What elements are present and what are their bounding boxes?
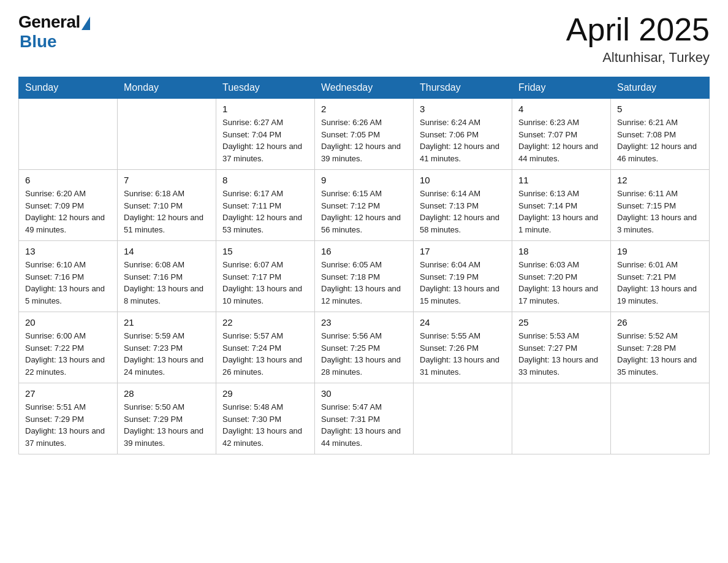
calendar-cell: 4Sunrise: 6:23 AMSunset: 7:07 PMDaylight… [512, 99, 611, 170]
day-info: Sunrise: 5:47 AMSunset: 7:31 PMDaylight:… [321, 401, 407, 449]
day-info: Sunrise: 5:59 AMSunset: 7:23 PMDaylight:… [124, 330, 210, 378]
weekday-header-friday: Friday [512, 77, 611, 99]
day-number: 30 [321, 388, 407, 399]
calendar-location: Altunhisar, Turkey [566, 50, 710, 66]
day-number: 16 [321, 246, 407, 256]
day-info: Sunrise: 5:51 AMSunset: 7:29 PMDaylight:… [25, 401, 111, 449]
calendar-cell: 13Sunrise: 6:10 AMSunset: 7:16 PMDayligh… [19, 241, 118, 312]
calendar-cell: 5Sunrise: 6:21 AMSunset: 7:08 PMDaylight… [611, 99, 710, 170]
calendar-cell: 25Sunrise: 5:53 AMSunset: 7:27 PMDayligh… [512, 312, 611, 383]
day-number: 8 [222, 175, 308, 185]
day-number: 13 [25, 246, 111, 256]
title-block: April 2025 Altunhisar, Turkey [566, 12, 710, 66]
day-number: 15 [222, 246, 308, 256]
day-info: Sunrise: 6:00 AMSunset: 7:22 PMDaylight:… [25, 330, 111, 378]
calendar-cell: 6Sunrise: 6:20 AMSunset: 7:09 PMDaylight… [19, 170, 118, 241]
day-number: 19 [617, 246, 703, 256]
day-info: Sunrise: 5:50 AMSunset: 7:29 PMDaylight:… [124, 401, 210, 449]
calendar-cell: 1Sunrise: 6:27 AMSunset: 7:04 PMDaylight… [216, 99, 315, 170]
day-number: 22 [222, 317, 308, 327]
calendar-cell: 23Sunrise: 5:56 AMSunset: 7:25 PMDayligh… [315, 312, 414, 383]
week-row-3: 13Sunrise: 6:10 AMSunset: 7:16 PMDayligh… [19, 241, 710, 312]
day-number: 26 [617, 317, 703, 327]
day-info: Sunrise: 6:21 AMSunset: 7:08 PMDaylight:… [617, 117, 703, 164]
weekday-header-saturday: Saturday [611, 77, 710, 99]
day-number: 4 [518, 104, 604, 114]
day-info: Sunrise: 6:11 AMSunset: 7:15 PMDaylight:… [617, 188, 703, 236]
day-info: Sunrise: 6:04 AMSunset: 7:19 PMDaylight:… [420, 259, 506, 307]
calendar-cell: 7Sunrise: 6:18 AMSunset: 7:10 PMDaylight… [118, 170, 216, 241]
calendar-cell [414, 383, 512, 454]
calendar-cell: 12Sunrise: 6:11 AMSunset: 7:15 PMDayligh… [611, 170, 710, 241]
day-info: Sunrise: 5:57 AMSunset: 7:24 PMDaylight:… [222, 330, 308, 378]
day-info: Sunrise: 5:55 AMSunset: 7:26 PMDaylight:… [420, 330, 506, 378]
day-info: Sunrise: 6:10 AMSunset: 7:16 PMDaylight:… [25, 259, 111, 307]
calendar-cell: 26Sunrise: 5:52 AMSunset: 7:28 PMDayligh… [611, 312, 710, 383]
calendar-cell: 27Sunrise: 5:51 AMSunset: 7:29 PMDayligh… [19, 383, 118, 454]
day-number: 10 [420, 175, 506, 185]
day-number: 21 [124, 317, 210, 327]
week-row-5: 27Sunrise: 5:51 AMSunset: 7:29 PMDayligh… [19, 383, 710, 454]
calendar-table: SundayMondayTuesdayWednesdayThursdayFrid… [18, 77, 710, 454]
logo-triangle-icon [82, 17, 90, 30]
day-number: 27 [25, 388, 111, 399]
day-number: 23 [321, 317, 407, 327]
week-row-1: 1Sunrise: 6:27 AMSunset: 7:04 PMDaylight… [19, 99, 710, 170]
day-info: Sunrise: 6:01 AMSunset: 7:21 PMDaylight:… [617, 259, 703, 307]
day-number: 9 [321, 175, 407, 185]
day-info: Sunrise: 6:07 AMSunset: 7:17 PMDaylight:… [222, 259, 308, 307]
day-info: Sunrise: 6:08 AMSunset: 7:16 PMDaylight:… [124, 259, 210, 307]
logo: General Blue [18, 12, 90, 52]
day-info: Sunrise: 6:26 AMSunset: 7:05 PMDaylight:… [321, 117, 407, 164]
logo-general-text: General [18, 12, 80, 32]
day-info: Sunrise: 5:52 AMSunset: 7:28 PMDaylight:… [617, 330, 703, 378]
day-number: 28 [124, 388, 210, 399]
calendar-cell: 21Sunrise: 5:59 AMSunset: 7:23 PMDayligh… [118, 312, 216, 383]
day-number: 6 [25, 175, 111, 185]
day-info: Sunrise: 6:17 AMSunset: 7:11 PMDaylight:… [222, 188, 308, 236]
calendar-cell: 15Sunrise: 6:07 AMSunset: 7:17 PMDayligh… [216, 241, 315, 312]
calendar-cell: 14Sunrise: 6:08 AMSunset: 7:16 PMDayligh… [118, 241, 216, 312]
calendar-cell: 17Sunrise: 6:04 AMSunset: 7:19 PMDayligh… [414, 241, 512, 312]
day-number: 3 [420, 104, 506, 114]
day-number: 20 [25, 317, 111, 327]
calendar-cell: 24Sunrise: 5:55 AMSunset: 7:26 PMDayligh… [414, 312, 512, 383]
calendar-cell: 18Sunrise: 6:03 AMSunset: 7:20 PMDayligh… [512, 241, 611, 312]
day-number: 25 [518, 317, 604, 327]
calendar-cell: 29Sunrise: 5:48 AMSunset: 7:30 PMDayligh… [216, 383, 315, 454]
weekday-header-row: SundayMondayTuesdayWednesdayThursdayFrid… [19, 77, 710, 99]
day-number: 11 [518, 175, 604, 185]
day-number: 12 [617, 175, 703, 185]
calendar-cell: 2Sunrise: 6:26 AMSunset: 7:05 PMDaylight… [315, 99, 414, 170]
week-row-2: 6Sunrise: 6:20 AMSunset: 7:09 PMDaylight… [19, 170, 710, 241]
day-info: Sunrise: 6:15 AMSunset: 7:12 PMDaylight:… [321, 188, 407, 236]
calendar-cell: 11Sunrise: 6:13 AMSunset: 7:14 PMDayligh… [512, 170, 611, 241]
calendar-cell: 20Sunrise: 6:00 AMSunset: 7:22 PMDayligh… [19, 312, 118, 383]
calendar-cell [19, 99, 118, 170]
calendar-cell [118, 99, 216, 170]
day-info: Sunrise: 6:27 AMSunset: 7:04 PMDaylight:… [222, 117, 308, 164]
calendar-cell [512, 383, 611, 454]
page-header: General Blue April 2025 Altunhisar, Turk… [18, 12, 710, 66]
day-number: 14 [124, 246, 210, 256]
day-info: Sunrise: 6:03 AMSunset: 7:20 PMDaylight:… [518, 259, 604, 307]
day-number: 5 [617, 104, 703, 114]
day-number: 1 [222, 104, 308, 114]
logo-blue-text: Blue [20, 32, 57, 52]
calendar-title: April 2025 [566, 12, 710, 47]
day-number: 7 [124, 175, 210, 185]
day-info: Sunrise: 6:20 AMSunset: 7:09 PMDaylight:… [25, 188, 111, 236]
calendar-cell: 3Sunrise: 6:24 AMSunset: 7:06 PMDaylight… [414, 99, 512, 170]
day-info: Sunrise: 6:24 AMSunset: 7:06 PMDaylight:… [420, 117, 506, 164]
calendar-cell: 30Sunrise: 5:47 AMSunset: 7:31 PMDayligh… [315, 383, 414, 454]
weekday-header-wednesday: Wednesday [315, 77, 414, 99]
day-info: Sunrise: 6:13 AMSunset: 7:14 PMDaylight:… [518, 188, 604, 236]
calendar-cell: 22Sunrise: 5:57 AMSunset: 7:24 PMDayligh… [216, 312, 315, 383]
day-info: Sunrise: 6:05 AMSunset: 7:18 PMDaylight:… [321, 259, 407, 307]
week-row-4: 20Sunrise: 6:00 AMSunset: 7:22 PMDayligh… [19, 312, 710, 383]
calendar-cell: 16Sunrise: 6:05 AMSunset: 7:18 PMDayligh… [315, 241, 414, 312]
day-info: Sunrise: 5:56 AMSunset: 7:25 PMDaylight:… [321, 330, 407, 378]
day-info: Sunrise: 5:53 AMSunset: 7:27 PMDaylight:… [518, 330, 604, 378]
calendar-cell: 9Sunrise: 6:15 AMSunset: 7:12 PMDaylight… [315, 170, 414, 241]
day-info: Sunrise: 6:14 AMSunset: 7:13 PMDaylight:… [420, 188, 506, 236]
